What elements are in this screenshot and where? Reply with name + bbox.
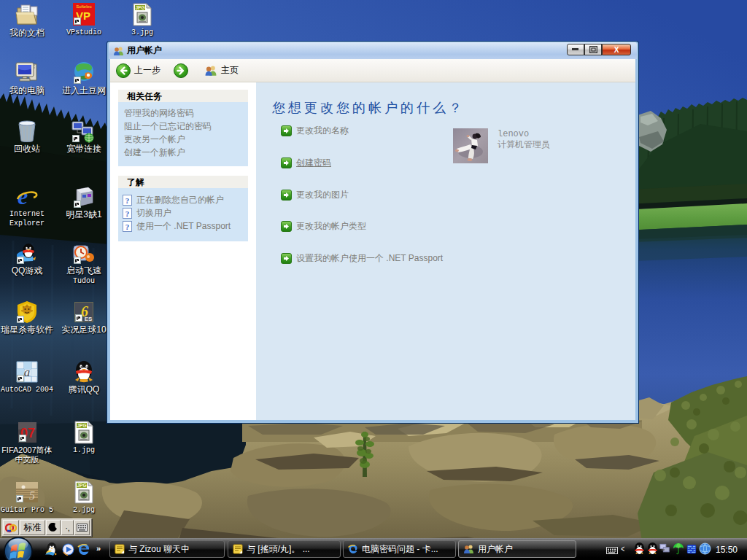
svg-text:JPG: JPG (135, 5, 144, 10)
svg-text:JPG: JPG (77, 423, 86, 428)
svg-text:JPG: JPG (77, 483, 86, 488)
svg-text:?: ? (125, 196, 130, 205)
svg-text:?: ? (125, 209, 130, 218)
svg-text:a: a (24, 365, 31, 379)
svg-text:Softelec: Softelec (76, 4, 92, 9)
svg-text:ES: ES (85, 316, 93, 322)
svg-text:?: ? (125, 222, 130, 231)
svg-text:5: 5 (29, 489, 35, 502)
